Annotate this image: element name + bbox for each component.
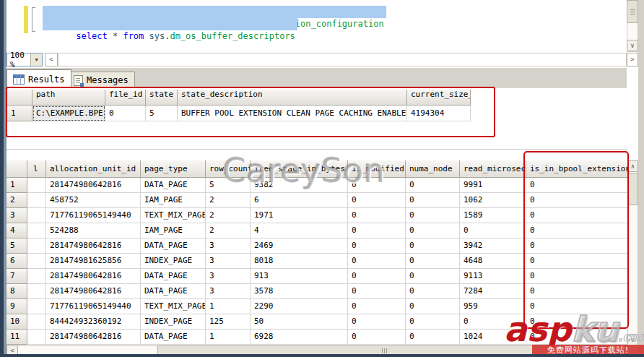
grid2-cell-numa-node[interactable]: 0: [406, 314, 460, 330]
grid2-cell-page-type[interactable]: DATA_PAGE: [141, 330, 206, 345]
grid2-cell-page-type[interactable]: DATA_PAGE: [141, 284, 206, 299]
editor-hscrollbar[interactable]: [58, 53, 627, 66]
grid2-cell-allocation-unit-id[interactable]: 524288: [46, 223, 141, 238]
grid2-row-number[interactable]: 3: [6, 208, 27, 223]
grid2-cell-page-type[interactable]: DATA_PAGE: [141, 269, 206, 284]
grid2-cell-read-microsec[interactable]: 1589: [460, 208, 526, 223]
editor-vscrollbar-thumb[interactable]: [627, 0, 638, 23]
grid2-cell-read-microsec[interactable]: 4648: [460, 254, 526, 269]
grid2-header-page-type[interactable]: page_type: [141, 160, 206, 178]
grid1-header-file-id[interactable]: file_id: [105, 90, 146, 106]
grid2-cell-allocation-unit-id[interactable]: 458752: [46, 193, 141, 208]
grid2-cell-is-modified[interactable]: 0: [348, 254, 406, 269]
grid2-cell-page-type[interactable]: INDEX_PAGE: [141, 254, 206, 269]
grid2-cell-is-in-bpool-extension[interactable]: 0: [526, 223, 629, 238]
grid2-cell-numa-node[interactable]: 0: [406, 178, 460, 193]
grid2-cell-is-modified[interactable]: 0: [348, 223, 406, 238]
grid2-cell-free-space[interactable]: 913: [251, 269, 348, 284]
grid1-header-current-size[interactable]: current_size_in_kb: [407, 90, 471, 106]
grid1-corner-cell[interactable]: [7, 90, 32, 106]
grid2-cell-free-space[interactable]: 50: [251, 314, 348, 330]
tab-messages[interactable]: Messages: [67, 72, 135, 88]
grid2-cell-read-microsec[interactable]: 9991: [460, 178, 526, 193]
grid2-cell-is-modified[interactable]: 0: [348, 284, 406, 299]
grid2-row-number[interactable]: 1: [6, 178, 27, 193]
grid2-cell-free-space[interactable]: 2290: [251, 299, 348, 314]
grid2-cell-partial[interactable]: [27, 193, 46, 208]
sql-line-1[interactable]: select * from sys.dm_os_buffer_pool_exte…: [43, 6, 386, 18]
grid2-cell-is-modified[interactable]: 0: [348, 269, 406, 284]
grid2-cell-row-count[interactable]: 2: [206, 208, 251, 223]
grid2-row-number[interactable]: 6: [6, 254, 27, 269]
grid1-cell-path[interactable]: C:\EXAMPLE.BPE: [32, 106, 105, 121]
grid2-cell-allocation-unit-id[interactable]: 281474980642816: [46, 269, 141, 284]
grid2-cell-partial[interactable]: [27, 299, 46, 314]
grid2-cell-read-microsec[interactable]: 7284: [460, 284, 526, 299]
grid2-cell-is-modified[interactable]: 0: [348, 193, 406, 208]
grid2-cell-row-count[interactable]: 125: [206, 314, 251, 330]
grid2-cell-is-modified[interactable]: 0: [348, 299, 406, 314]
grid1-header-state-description[interactable]: state_description: [178, 90, 407, 106]
grid2-cell-numa-node[interactable]: 0: [406, 284, 460, 299]
grid2-cell-allocation-unit-id[interactable]: 844424932360192: [46, 314, 141, 330]
grid2-row-number[interactable]: 2: [6, 193, 27, 208]
grid2-row-number[interactable]: 5: [6, 238, 27, 254]
grid2-cell-page-type[interactable]: IAM_PAGE: [141, 223, 206, 238]
grid1-row-number[interactable]: 1: [7, 106, 32, 121]
grid2-cell-numa-node[interactable]: 0: [406, 299, 460, 314]
grid2-cell-page-type[interactable]: IAM_PAGE: [141, 193, 206, 208]
grid2-cell-is-modified[interactable]: 0: [348, 330, 406, 345]
grid2-cell-numa-node[interactable]: 0: [406, 330, 460, 345]
grid2-cell-allocation-unit-id[interactable]: 281474980642816: [46, 330, 141, 345]
grid2-cell-allocation-unit-id[interactable]: 281474980642816: [46, 178, 141, 193]
zoom-dropdown-button[interactable]: ▼: [30, 53, 42, 66]
grid2-cell-allocation-unit-id[interactable]: 281474980642816: [46, 284, 141, 299]
grid2-cell-allocation-unit-id[interactable]: 71776119065149440: [46, 208, 141, 223]
grid2-cell-row-count[interactable]: 3: [206, 269, 251, 284]
grid2-cell-read-microsec[interactable]: 3942: [460, 238, 526, 254]
grid2-cell-is-in-bpool-extension[interactable]: 0: [526, 284, 629, 299]
grid1-cell-state[interactable]: 5: [146, 106, 178, 121]
grid2-cell-page-type[interactable]: DATA_PAGE: [141, 178, 206, 193]
grid2-cell-partial[interactable]: [27, 208, 46, 223]
grid2-cell-partial[interactable]: [27, 223, 46, 238]
grid2-cell-is-modified[interactable]: 0: [348, 238, 406, 254]
grid2-cell-allocation-unit-id[interactable]: 281474981625856: [46, 254, 141, 269]
grid2-row-number[interactable]: 4: [6, 223, 27, 238]
grid2-cell-allocation-unit-id[interactable]: 71776119065149440: [46, 299, 141, 314]
grid2-row-number[interactable]: 8: [6, 284, 27, 299]
grid1-header-state[interactable]: state: [146, 90, 178, 106]
grid2-vscrollbar-thumb[interactable]: [627, 173, 638, 205]
grid2-cell-partial[interactable]: [27, 314, 46, 330]
grid2-cell-page-type[interactable]: DATA_PAGE: [141, 238, 206, 254]
grid2-cell-read-microsec[interactable]: 0: [460, 223, 526, 238]
grid2-cell-free-space[interactable]: 6: [251, 193, 348, 208]
grid2-cell-is-in-bpool-extension[interactable]: 0: [526, 238, 629, 254]
grid2-header-read-microsec[interactable]: read_microsec: [460, 160, 526, 178]
grid2-cell-row-count[interactable]: 2: [206, 223, 251, 238]
grid2-row-number[interactable]: 10: [6, 314, 27, 330]
grid2-cell-numa-node[interactable]: 0: [406, 269, 460, 284]
grid2-cell-row-count[interactable]: 3: [206, 254, 251, 269]
grid2-cell-is-modified[interactable]: 0: [348, 314, 406, 330]
grid2-cell-partial[interactable]: [27, 330, 46, 345]
grid2-row-number[interactable]: 11: [6, 330, 27, 345]
grid2-cell-numa-node[interactable]: 0: [406, 238, 460, 254]
grid2-cell-partial[interactable]: [27, 269, 46, 284]
grid2-row-number[interactable]: 7: [6, 269, 27, 284]
grid2-cell-free-space[interactable]: 1971: [251, 208, 348, 223]
grid2-row-number[interactable]: 9: [6, 299, 27, 314]
grid2-cell-row-count[interactable]: 2: [206, 193, 251, 208]
grid2-cell-read-microsec[interactable]: 9113: [460, 269, 526, 284]
grid2-cell-is-in-bpool-extension[interactable]: 0: [526, 254, 629, 269]
grid2-cell-partial[interactable]: [27, 178, 46, 193]
grid2-cell-numa-node[interactable]: 0: [406, 193, 460, 208]
tab-results[interactable]: Results: [6, 69, 71, 88]
grid2-cell-page-type[interactable]: INDEX_PAGE: [141, 314, 206, 330]
grid2-cell-page-type[interactable]: TEXT_MIX_PAGE: [141, 208, 206, 223]
sql-line-2[interactable]: select * from sys.dm_os_buffer_descripto…: [43, 18, 297, 30]
grid2-cell-free-space[interactable]: 6928: [251, 330, 348, 345]
grid2-scroll-up-button[interactable]: ∧: [627, 160, 638, 172]
editor-scroll-left-button[interactable]: <: [45, 53, 58, 66]
grid2-cell-page-type[interactable]: TEXT_MIX_PAGE: [141, 299, 206, 314]
